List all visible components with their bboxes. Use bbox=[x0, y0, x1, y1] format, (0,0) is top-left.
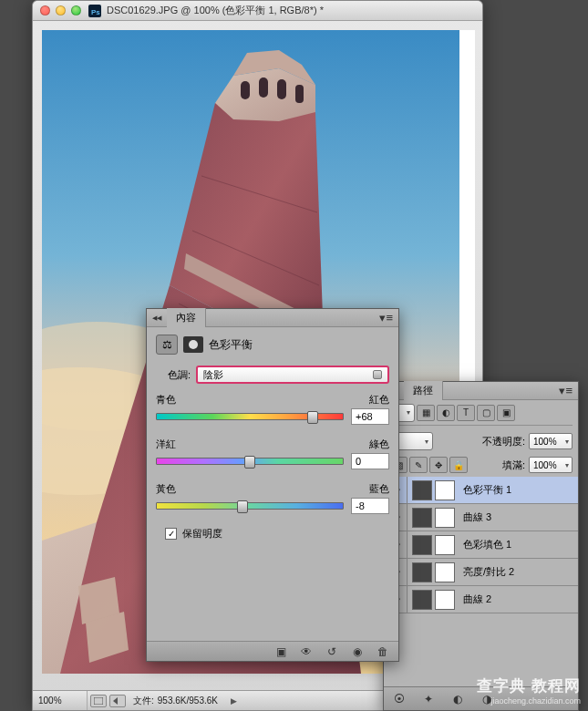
layer-item[interactable]: 👁曲線 3 bbox=[384, 504, 578, 531]
mask-thumb-icon[interactable] bbox=[435, 590, 455, 610]
properties-panel-body: ⚖ 色彩平衡 色調: 陰影 青色紅色+68洋紅綠色0黃色藍色-8 ✓ 保留明度 bbox=[147, 327, 398, 548]
slider-right-label: 綠色 bbox=[369, 438, 389, 451]
filter-adjustment-icon[interactable]: ◐ bbox=[437, 405, 455, 421]
fill-label: 填滿: bbox=[502, 459, 525, 472]
photoshop-doc-icon: Ps bbox=[88, 5, 101, 17]
adjustment-thumb-icon[interactable] bbox=[412, 590, 432, 610]
adjustment-title: 色彩平衡 bbox=[209, 337, 253, 353]
layer-name-label[interactable]: 色彩填色 1 bbox=[459, 538, 511, 551]
layer-mask-thumb-icon[interactable] bbox=[183, 336, 203, 353]
window-title: Ps DSC01629.JPG @ 100% (色彩平衡 1, RGB/8*) … bbox=[88, 4, 324, 17]
view-previous-icon[interactable]: 👁 bbox=[296, 644, 316, 659]
properties-panel-footer: ▣ 👁 ↺ ◉ 🗑 bbox=[147, 641, 398, 661]
lock-pixels-icon[interactable]: ✎ bbox=[409, 457, 428, 473]
opacity-label: 不透明度: bbox=[482, 435, 525, 448]
tone-label: 色調: bbox=[156, 368, 191, 382]
layers-panel-menu-icon[interactable]: ▾≡ bbox=[559, 384, 573, 397]
mask-thumb-icon[interactable] bbox=[435, 480, 455, 500]
layer-thumbs bbox=[407, 508, 459, 528]
adjustment-thumb-icon[interactable] bbox=[412, 480, 432, 500]
adjustment-thumb-icon[interactable] bbox=[412, 535, 432, 555]
properties-panel: ◀◀ 內容 ▾≡ ⚖ 色彩平衡 色調: 陰影 青色紅色+68洋紅綠色0黃色藍色-… bbox=[146, 308, 399, 662]
zoom-field[interactable]: 100% bbox=[33, 691, 88, 710]
layer-name-label[interactable]: 曲線 3 bbox=[459, 510, 491, 524]
layer-name-label[interactable]: 亮度/對比 2 bbox=[459, 565, 514, 579]
opacity-field[interactable]: 100% bbox=[529, 433, 573, 449]
minimize-window-button[interactable] bbox=[56, 5, 66, 15]
mask-thumb-icon[interactable] bbox=[435, 535, 455, 555]
layer-item[interactable]: 👁亮度/對比 2 bbox=[384, 559, 578, 586]
slider-thumb[interactable] bbox=[237, 500, 248, 513]
tone-select[interactable]: 陰影 bbox=[196, 366, 389, 384]
svg-rect-19 bbox=[295, 85, 304, 103]
color-slider-row: 洋紅綠色0 bbox=[156, 438, 389, 469]
slider-left-label: 青色 bbox=[156, 393, 176, 407]
color-slider-row: 青色紅色+68 bbox=[156, 393, 389, 425]
preserve-luminosity-checkbox[interactable]: ✓ bbox=[165, 528, 177, 540]
slider-value-field[interactable]: +68 bbox=[351, 408, 389, 425]
traffic-lights bbox=[40, 5, 81, 15]
clip-to-layer-icon[interactable]: ▣ bbox=[271, 644, 291, 659]
layers-panel-tab[interactable]: 路徑 bbox=[404, 381, 443, 400]
slider-left-label: 黃色 bbox=[156, 482, 176, 496]
slider-track[interactable] bbox=[156, 502, 344, 510]
slider-thumb[interactable] bbox=[244, 456, 255, 469]
adjustment-thumb-icon[interactable] bbox=[412, 562, 432, 582]
close-window-button[interactable] bbox=[40, 5, 50, 15]
file-size-readout: 文件: 953.6K/953.6K bbox=[126, 691, 225, 710]
layer-mask-icon[interactable]: ◐ bbox=[448, 692, 468, 706]
color-slider-row: 黃色藍色-8 bbox=[156, 482, 389, 514]
lock-all-icon[interactable]: 🔒 bbox=[449, 457, 468, 473]
filter-type-icon[interactable]: T bbox=[457, 405, 475, 421]
slider-value-field[interactable]: 0 bbox=[351, 453, 389, 469]
layer-thumbs bbox=[407, 590, 459, 610]
status-disclosure-icon[interactable]: ▶ bbox=[231, 696, 237, 706]
window-titlebar[interactable]: Ps DSC01629.JPG @ 100% (色彩平衡 1, RGB/8*) … bbox=[33, 1, 482, 21]
svg-rect-24 bbox=[94, 697, 103, 705]
slider-track[interactable] bbox=[156, 413, 344, 420]
filter-smart-icon[interactable]: ▣ bbox=[497, 405, 515, 421]
properties-panel-tab[interactable]: 內容 bbox=[167, 308, 206, 327]
adjustment-thumb-icon[interactable] bbox=[412, 508, 432, 528]
filter-shape-icon[interactable]: ▢ bbox=[477, 405, 495, 421]
svg-rect-16 bbox=[241, 81, 250, 99]
lock-position-icon[interactable]: ✥ bbox=[429, 457, 448, 473]
zoom-window-button[interactable] bbox=[71, 5, 81, 15]
layer-item[interactable]: 👁曲線 2 bbox=[384, 586, 578, 613]
slider-right-label: 藍色 bbox=[369, 482, 389, 496]
reset-icon[interactable]: ↺ bbox=[322, 644, 342, 659]
properties-panel-menu-icon[interactable]: ▾≡ bbox=[379, 311, 393, 325]
slider-track[interactable] bbox=[156, 458, 344, 465]
delete-adjustment-icon[interactable]: 🗑 bbox=[373, 644, 393, 659]
toggle-visibility-icon[interactable]: ◉ bbox=[347, 644, 367, 659]
layer-item[interactable]: 👁色彩平衡 1 bbox=[384, 477, 578, 504]
watermark: 查字典 教程网 jiaocheng.chazidian.com bbox=[477, 675, 581, 706]
layer-fx-icon[interactable]: ✦ bbox=[418, 692, 438, 706]
layer-filter-row: ▦ ◐ T ▢ ▣ bbox=[389, 404, 573, 426]
svg-rect-17 bbox=[259, 77, 268, 98]
properties-panel-header[interactable]: ◀◀ 內容 ▾≡ bbox=[147, 309, 398, 327]
layers-panel-body: ▦ ◐ T ▢ ▣ 不透明度: 100% ▨ ✎ ✥ 🔒 填滿: 100% bbox=[384, 400, 578, 477]
panel-collapse-icon[interactable]: ◀◀ bbox=[152, 315, 161, 320]
svg-rect-18 bbox=[277, 79, 286, 99]
mask-thumb-icon[interactable] bbox=[435, 508, 455, 528]
fill-field[interactable]: 100% bbox=[529, 457, 573, 473]
color-balance-adjustment-icon[interactable]: ⚖ bbox=[156, 335, 178, 355]
layers-panel: ◀◀ 路徑 ▾≡ ▦ ◐ T ▢ ▣ 不透明度: 100% ▨ ✎ ✥ 🔒 填滿… bbox=[383, 381, 579, 711]
slider-thumb[interactable] bbox=[307, 411, 318, 424]
mask-thumb-icon[interactable] bbox=[435, 562, 455, 582]
filter-pixel-icon[interactable]: ▦ bbox=[417, 405, 435, 421]
slider-value-field[interactable]: -8 bbox=[351, 498, 389, 514]
layer-thumbs bbox=[407, 480, 459, 500]
layer-link-icon[interactable]: ⦿ bbox=[389, 692, 409, 706]
status-nav-button-1[interactable] bbox=[90, 695, 107, 707]
layer-name-label[interactable]: 色彩平衡 1 bbox=[459, 483, 511, 497]
layer-thumbs bbox=[407, 562, 459, 582]
layers-panel-header[interactable]: ◀◀ 路徑 ▾≡ bbox=[384, 382, 578, 400]
layer-thumbs bbox=[407, 535, 459, 555]
layer-list: 👁色彩平衡 1👁曲線 3👁色彩填色 1👁亮度/對比 2👁曲線 2 bbox=[384, 477, 578, 613]
status-nav-button-2[interactable] bbox=[109, 695, 126, 707]
layer-item[interactable]: 👁色彩填色 1 bbox=[384, 531, 578, 559]
preserve-luminosity-label: 保留明度 bbox=[182, 527, 222, 541]
layer-name-label[interactable]: 曲線 2 bbox=[459, 592, 491, 606]
